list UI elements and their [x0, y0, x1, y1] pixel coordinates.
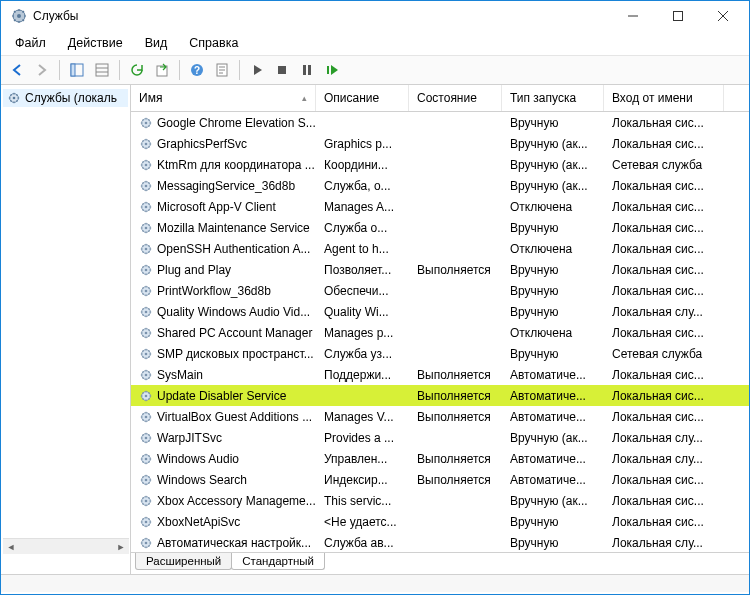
service-gear-icon [139, 305, 153, 319]
content-area: Службы (локаль ◄ ► Имя ▴ Описание Состоя… [1, 85, 749, 574]
service-gear-icon [139, 368, 153, 382]
pause-service-button[interactable] [296, 59, 318, 81]
start-service-button[interactable] [246, 59, 268, 81]
tree-pane[interactable]: Службы (локаль ◄ ► [1, 85, 131, 574]
svg-rect-5 [96, 64, 108, 76]
service-startup-cell: Автоматиче... [502, 452, 604, 466]
service-name-cell: Update Disabler Service [131, 389, 316, 403]
service-startup-cell: Вручную (ак... [502, 494, 604, 508]
service-row[interactable]: Xbox Accessory Manageme...This servic...… [131, 490, 749, 511]
forward-button[interactable] [31, 59, 53, 81]
tree-scrollbar-area: ◄ ► [3, 538, 129, 554]
service-row[interactable]: Shared PC Account ManagerManages p...Отк… [131, 322, 749, 343]
service-name-cell: Google Chrome Elevation S... [131, 116, 316, 130]
properties-button[interactable] [91, 59, 113, 81]
svg-point-43 [145, 394, 148, 397]
service-name-text: XboxNetApiSvc [157, 515, 240, 529]
close-button[interactable] [700, 1, 745, 31]
service-description-cell: Agent to h... [316, 242, 409, 256]
back-button[interactable] [6, 59, 28, 81]
svg-point-33 [145, 289, 148, 292]
show-hide-tree-button[interactable] [66, 59, 88, 81]
service-name-text: PrintWorkflow_36d8b [157, 284, 271, 298]
service-rows[interactable]: Google Chrome Elevation S...ВручнуюЛокал… [131, 112, 749, 552]
service-row[interactable]: XboxNetApiSvc<Не удаетс...ВручнуюЛокальн… [131, 511, 749, 532]
service-gear-icon [139, 179, 153, 193]
header-name[interactable]: Имя ▴ [131, 85, 316, 111]
scroll-track[interactable] [19, 539, 113, 554]
service-name-text: Quality Windows Audio Vid... [157, 305, 310, 319]
service-row[interactable]: Google Chrome Elevation S...ВручнуюЛокал… [131, 112, 749, 133]
header-logon[interactable]: Вход от имени [604, 85, 724, 111]
service-description-cell: Quality Wi... [316, 305, 409, 319]
header-state[interactable]: Состояние [409, 85, 502, 111]
menu-help[interactable]: Справка [179, 33, 248, 53]
service-row[interactable]: Update Disabler ServiceВыполняетсяАвтома… [131, 385, 749, 406]
service-row[interactable]: Windows SearchИндексир...ВыполняетсяАвто… [131, 469, 749, 490]
menu-action[interactable]: Действие [58, 33, 133, 53]
properties-sheet-button[interactable] [211, 59, 233, 81]
service-logon-cell: Локальная сис... [604, 284, 724, 298]
refresh-button[interactable] [126, 59, 148, 81]
svg-point-27 [145, 226, 148, 229]
export-button[interactable] [151, 59, 173, 81]
service-name-cell: WarpJITSvc [131, 431, 316, 445]
service-row[interactable]: SMP дисковых пространст...Служба уз...Вр… [131, 343, 749, 364]
service-row[interactable]: PrintWorkflow_36d8bОбеспечи...ВручнуюЛок… [131, 280, 749, 301]
service-startup-cell: Автоматиче... [502, 368, 604, 382]
service-row[interactable]: KtmRm для координатора ...Координи...Вру… [131, 154, 749, 175]
service-row[interactable]: SysMainПоддержи...ВыполняетсяАвтоматиче.… [131, 364, 749, 385]
service-name-text: Windows Audio [157, 452, 239, 466]
service-startup-cell: Вручную [502, 305, 604, 319]
service-gear-icon [139, 494, 153, 508]
service-name-text: SMP дисковых пространст... [157, 347, 314, 361]
service-row[interactable]: Plug and PlayПозволяет...ВыполняетсяВруч… [131, 259, 749, 280]
help-button[interactable]: ? [186, 59, 208, 81]
maximize-button[interactable] [655, 1, 700, 31]
tab-standard[interactable]: Стандартный [231, 553, 325, 570]
service-name-cell: Xbox Accessory Manageme... [131, 494, 316, 508]
stop-service-button[interactable] [271, 59, 293, 81]
scroll-right-icon[interactable]: ► [113, 539, 129, 555]
tab-extended[interactable]: Расширенный [135, 553, 232, 570]
service-state-cell: Выполняется [409, 410, 502, 424]
service-row[interactable]: Quality Windows Audio Vid...Quality Wi..… [131, 301, 749, 322]
service-name-cell: PrintWorkflow_36d8b [131, 284, 316, 298]
tree-horizontal-scrollbar[interactable]: ◄ ► [3, 538, 129, 554]
service-row[interactable]: OpenSSH Authentication A...Agent to h...… [131, 238, 749, 259]
service-name-cell: GraphicsPerfSvc [131, 137, 316, 151]
service-row[interactable]: VirtualBox Guest Additions ...Manages V.… [131, 406, 749, 427]
svg-point-31 [145, 268, 148, 271]
menu-file[interactable]: Файл [5, 33, 56, 53]
menu-view[interactable]: Вид [135, 33, 178, 53]
restart-service-button[interactable] [321, 59, 343, 81]
service-name-text: OpenSSH Authentication A... [157, 242, 310, 256]
tree-root-services[interactable]: Службы (локаль [3, 89, 128, 107]
service-row[interactable]: Mozilla Maintenance ServiceСлужба о...Вр… [131, 217, 749, 238]
service-gear-icon [139, 410, 153, 424]
service-logon-cell: Локальная сис... [604, 473, 724, 487]
toolbar-separator [179, 60, 180, 80]
service-logon-cell: Локальная сис... [604, 389, 724, 403]
service-row[interactable]: Автоматическая настройк...Служба ав...Вр… [131, 532, 749, 552]
service-gear-icon [139, 116, 153, 130]
service-row[interactable]: WarpJITSvcProvides a ...Вручную (ак...Ло… [131, 427, 749, 448]
header-description[interactable]: Описание [316, 85, 409, 111]
list-pane: Имя ▴ Описание Состояние Тип запуска Вхо… [131, 85, 749, 574]
service-description-cell: Управлен... [316, 452, 409, 466]
scroll-left-icon[interactable]: ◄ [3, 539, 19, 555]
service-gear-icon [139, 347, 153, 361]
service-description-cell: This servic... [316, 494, 409, 508]
service-row[interactable]: Microsoft App-V ClientManages A...Отключ… [131, 196, 749, 217]
toolbar-separator [59, 60, 60, 80]
svg-point-49 [145, 457, 148, 460]
service-row[interactable]: GraphicsPerfSvcGraphics p...Вручную (ак.… [131, 133, 749, 154]
service-row[interactable]: MessagingService_36d8bСлужба, о...Вручну… [131, 175, 749, 196]
service-description-cell: <Не удаетс... [316, 515, 409, 529]
service-row[interactable]: Windows AudioУправлен...ВыполняетсяАвтом… [131, 448, 749, 469]
service-gear-icon [139, 263, 153, 277]
header-startup[interactable]: Тип запуска [502, 85, 604, 111]
svg-point-35 [145, 310, 148, 313]
minimize-button[interactable] [610, 1, 655, 31]
svg-point-47 [145, 436, 148, 439]
